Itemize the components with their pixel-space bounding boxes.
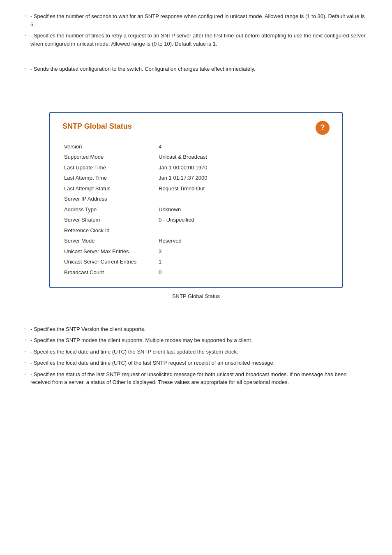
sntp-table-row: Last Attempt TimeJan 1 01:17:37 2000 [62, 173, 330, 183]
sntp-table: Version4Supported ModeUnicast & Broadcas… [62, 141, 330, 278]
bullet-item-version: ◦ - Specifies the SNTP Version the clien… [25, 325, 367, 333]
bullet-item-last-attempt: ◦ - Specifies the local date and time (U… [25, 359, 367, 367]
sntp-field-value: Reserved [157, 236, 330, 246]
bullet-text-last-attempt-status: - Specifies the status of the last SNTP … [30, 370, 367, 386]
bullet-dot: ◦ [25, 370, 30, 386]
sntp-table-row: Version4 [62, 141, 330, 152]
sntp-field-label: Address Type [62, 204, 157, 215]
bullet-text-last-attempt: - Specifies the local date and time (UTC… [30, 359, 367, 367]
sntp-field-value: Request Timed Out [157, 183, 330, 194]
sntp-table-row: Broadcast Count0 [62, 267, 330, 278]
bullet-dot: ◦ [25, 359, 30, 367]
bullet-dot: ◦ [25, 32, 30, 48]
apply-bullets: ◦ - Sends the updated configuration to t… [25, 65, 367, 73]
bullet-dot: ◦ [25, 325, 30, 333]
sntp-table-row: Reference Clock Id [62, 225, 330, 236]
sntp-field-value: 4 [157, 141, 330, 152]
bullet-text-version: - Specifies the SNTP Version the client … [30, 325, 367, 333]
sntp-field-label: Unicast Server Max Entries [62, 246, 157, 257]
bottom-bullets: ◦ - Specifies the SNTP Version the clien… [25, 325, 367, 386]
bullet-dot: ◦ [25, 65, 30, 73]
sntp-field-value: 0 [157, 267, 330, 278]
bullet-text-apply: - Sends the updated configuration to the… [30, 65, 367, 73]
sntp-field-label: Last Attempt Time [62, 173, 157, 183]
sntp-field-value [157, 194, 330, 204]
sntp-table-row: Server Stratum0 - Unspecified [62, 215, 330, 225]
bullet-text-last-update: - Specifies the local date and time (UTC… [30, 348, 367, 356]
bullet-dot: ◦ [25, 12, 30, 28]
sntp-field-value: 1 [157, 257, 330, 267]
bullet-item-unicast-timeout: ◦ - Specifies the number of seconds to w… [25, 12, 367, 28]
sntp-field-label: Broadcast Count [62, 267, 157, 278]
sntp-field-label: Unicast Server Current Entries [62, 257, 157, 267]
sntp-field-value: Jan 1 00:00:00 1970 [157, 162, 330, 173]
top-bullets: ◦ - Specifies the number of seconds to w… [25, 12, 367, 48]
sntp-field-label: Server Stratum [62, 215, 157, 225]
sntp-caption: SNTP Global Status [25, 292, 367, 301]
sntp-table-row: Address TypeUnknown [62, 204, 330, 215]
bullet-text-unicast-retry: - Specifies the number of times to retry… [30, 32, 367, 48]
sntp-title: SNTP Global Status [62, 121, 132, 132]
bullet-item-supported-mode: ◦ - Specifies the SNTP modes the client … [25, 336, 367, 345]
bullet-item-last-update: ◦ - Specifies the local date and time (U… [25, 348, 367, 356]
sntp-table-row: Server IP Address [62, 194, 330, 204]
sntp-field-value: Unknown [157, 204, 330, 215]
sntp-table-row: Last Attempt StatusRequest Timed Out [62, 183, 330, 194]
bullet-dot: ◦ [25, 348, 30, 356]
bullet-dot: ◦ [25, 336, 30, 345]
bullet-text-supported-mode: - Specifies the SNTP modes the client su… [30, 336, 367, 345]
sntp-field-value: 3 [157, 246, 330, 257]
sntp-field-label: Version [62, 141, 157, 152]
sntp-table-row: Unicast Server Current Entries1 [62, 257, 330, 267]
sntp-table-row: Server ModeReserved [62, 236, 330, 246]
help-icon[interactable]: ? [316, 121, 330, 135]
bullet-text-unicast-timeout: - Specifies the number of seconds to wai… [30, 12, 367, 28]
sntp-field-label: Last Update Time [62, 162, 157, 173]
sntp-field-label: Last Attempt Status [62, 183, 157, 194]
bullet-item-last-attempt-status: ◦ - Specifies the status of the last SNT… [25, 370, 367, 386]
sntp-table-row: Supported ModeUnicast & Broadcast [62, 152, 330, 162]
sntp-box-header: SNTP Global Status ? [62, 121, 330, 135]
sntp-field-value: 0 - Unspecified [157, 215, 330, 225]
sntp-field-value: Jan 1 01:17:37 2000 [157, 173, 330, 183]
sntp-table-row: Last Update TimeJan 1 00:00:00 1970 [62, 162, 330, 173]
sntp-field-label: Server Mode [62, 236, 157, 246]
sntp-global-status-box: SNTP Global Status ? Version4Supported M… [49, 112, 343, 289]
bullet-item-unicast-retry: ◦ - Specifies the number of times to ret… [25, 32, 367, 48]
sntp-field-value [157, 225, 330, 236]
sntp-table-row: Unicast Server Max Entries3 [62, 246, 330, 257]
bullet-item-apply: ◦ - Sends the updated configuration to t… [25, 65, 367, 73]
sntp-field-value: Unicast & Broadcast [157, 152, 330, 162]
sntp-field-label: Supported Mode [62, 152, 157, 162]
sntp-field-label: Server IP Address [62, 194, 157, 204]
sntp-field-label: Reference Clock Id [62, 225, 157, 236]
